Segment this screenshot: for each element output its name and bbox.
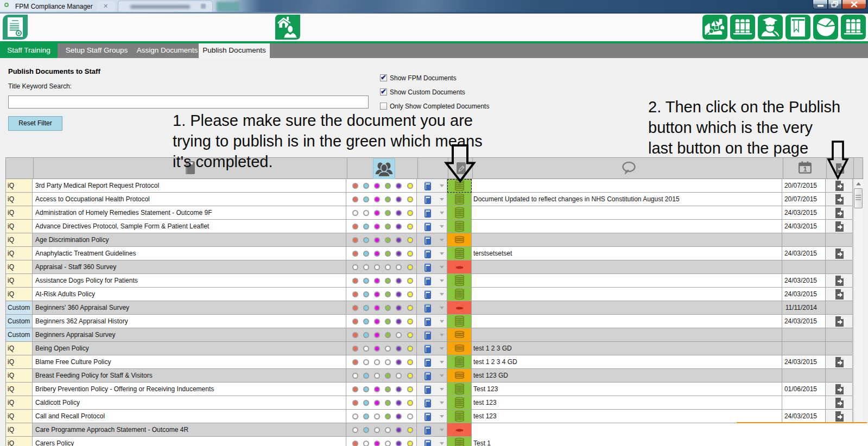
svg-text:1: 1 — [803, 165, 807, 173]
